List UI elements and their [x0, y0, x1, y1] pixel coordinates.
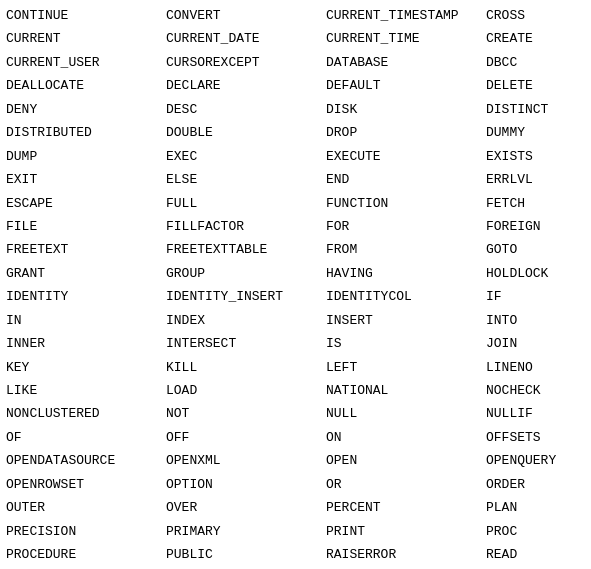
keyword-cell: ERRLVL — [482, 168, 591, 191]
keyword-cell: OPEN — [322, 449, 482, 472]
keyword-cell: CREATE — [482, 27, 591, 50]
keyword-cell: FUNCTION — [322, 192, 482, 215]
keyword-cell: GRANT — [2, 262, 162, 285]
keyword-cell: EXECUTE — [322, 145, 482, 168]
keyword-cell: KILL — [162, 356, 322, 379]
keyword-cell: CONVERT — [162, 4, 322, 27]
keyword-cell: OF — [2, 426, 162, 449]
keyword-cell: PRIMARY — [162, 520, 322, 543]
keyword-cell: PERCENT — [322, 496, 482, 519]
keyword-cell: OFFSETS — [482, 426, 591, 449]
keyword-cell: ORDER — [482, 473, 591, 496]
keyword-cell: RAISERROR — [322, 543, 482, 566]
keyword-cell: LIKE — [2, 379, 162, 402]
keyword-cell: FOR — [322, 215, 482, 238]
keyword-cell: IDENTITY — [2, 285, 162, 308]
keyword-cell: DEALLOCATE — [2, 74, 162, 97]
keyword-cell: NONCLUSTERED — [2, 402, 162, 425]
keyword-cell: GOTO — [482, 238, 591, 261]
keyword-cell: DATABASE — [322, 51, 482, 74]
keyword-cell: PLAN — [482, 496, 591, 519]
keyword-cell: FILE — [2, 215, 162, 238]
keyword-cell: CURRENT — [2, 27, 162, 50]
keyword-cell: CROSS — [482, 4, 591, 27]
keyword-cell: ELSE — [162, 168, 322, 191]
keyword-cell: INTO — [482, 309, 591, 332]
keyword-cell: INTERSECT — [162, 332, 322, 355]
keyword-cell: PUBLIC — [162, 543, 322, 566]
keyword-cell: ESCAPE — [2, 192, 162, 215]
keyword-cell: FREETEXT — [2, 238, 162, 261]
keyword-cell: DEFAULT — [322, 74, 482, 97]
keyword-cell: IDENTITY_INSERT — [162, 285, 322, 308]
keyword-cell: OUTER — [2, 496, 162, 519]
keyword-cell: OFF — [162, 426, 322, 449]
keyword-cell: END — [322, 168, 482, 191]
keyword-cell: DROP — [322, 121, 482, 144]
keyword-cell: PRECISION — [2, 520, 162, 543]
keyword-cell: OPENROWSET — [2, 473, 162, 496]
keyword-cell: CURSOREXCEPT — [162, 51, 322, 74]
keyword-cell: CURRENT_USER — [2, 51, 162, 74]
keyword-cell: OPENDATASOURCE — [2, 449, 162, 472]
keyword-cell: DECLARE — [162, 74, 322, 97]
keyword-cell: PROC — [482, 520, 591, 543]
keyword-cell: NULLIF — [482, 402, 591, 425]
keyword-cell: DELETE — [482, 74, 591, 97]
keyword-cell: DUMMY — [482, 121, 591, 144]
keyword-grid: CONTINUECONVERTCURRENT_TIMESTAMPCROSSCUR… — [0, 0, 591, 569]
keyword-cell: CURRENT_DATE — [162, 27, 322, 50]
keyword-cell: HAVING — [322, 262, 482, 285]
keyword-cell: DESC — [162, 98, 322, 121]
keyword-cell: NOT — [162, 402, 322, 425]
keyword-cell: DBCC — [482, 51, 591, 74]
keyword-cell: OR — [322, 473, 482, 496]
keyword-cell: NATIONAL — [322, 379, 482, 402]
keyword-cell: FULL — [162, 192, 322, 215]
keyword-cell: IF — [482, 285, 591, 308]
keyword-cell: OPTION — [162, 473, 322, 496]
keyword-cell: LOAD — [162, 379, 322, 402]
keyword-cell: JOIN — [482, 332, 591, 355]
keyword-cell: EXEC — [162, 145, 322, 168]
keyword-cell: LINENO — [482, 356, 591, 379]
keyword-cell: FILLFACTOR — [162, 215, 322, 238]
keyword-cell: GROUP — [162, 262, 322, 285]
keyword-cell: IN — [2, 309, 162, 332]
keyword-cell: DENY — [2, 98, 162, 121]
keyword-cell: DISK — [322, 98, 482, 121]
keyword-cell: IDENTITYCOL — [322, 285, 482, 308]
keyword-cell: OPENXML — [162, 449, 322, 472]
keyword-cell: LEFT — [322, 356, 482, 379]
keyword-cell: HOLDLOCK — [482, 262, 591, 285]
keyword-cell: CURRENT_TIME — [322, 27, 482, 50]
keyword-cell: FOREIGN — [482, 215, 591, 238]
keyword-cell: DUMP — [2, 145, 162, 168]
keyword-cell: FETCH — [482, 192, 591, 215]
keyword-cell: ON — [322, 426, 482, 449]
keyword-cell: INSERT — [322, 309, 482, 332]
keyword-cell: FROM — [322, 238, 482, 261]
keyword-cell: EXIT — [2, 168, 162, 191]
keyword-cell: OVER — [162, 496, 322, 519]
keyword-cell: NOCHECK — [482, 379, 591, 402]
keyword-cell: NULL — [322, 402, 482, 425]
keyword-cell: FREETEXTTABLE — [162, 238, 322, 261]
keyword-cell: CONTINUE — [2, 4, 162, 27]
keyword-cell: CURRENT_TIMESTAMP — [322, 4, 482, 27]
keyword-cell: PRINT — [322, 520, 482, 543]
keyword-cell: KEY — [2, 356, 162, 379]
keyword-cell: DOUBLE — [162, 121, 322, 144]
keyword-cell: DISTRIBUTED — [2, 121, 162, 144]
keyword-cell: INNER — [2, 332, 162, 355]
keyword-cell: IS — [322, 332, 482, 355]
keyword-cell: INDEX — [162, 309, 322, 332]
keyword-cell: EXISTS — [482, 145, 591, 168]
keyword-cell: READ — [482, 543, 591, 566]
keyword-cell: OPENQUERY — [482, 449, 591, 472]
keyword-cell: PROCEDURE — [2, 543, 162, 566]
keyword-cell: DISTINCT — [482, 98, 591, 121]
